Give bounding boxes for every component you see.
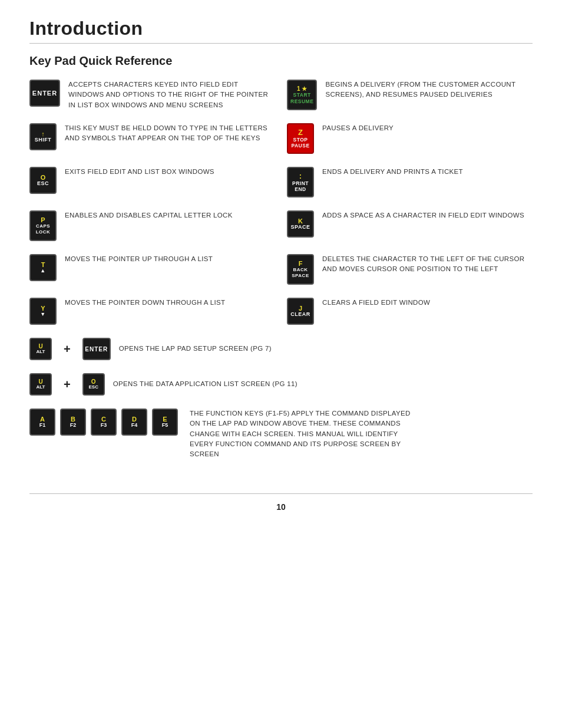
print-end-desc: Ends a delivery and prints a ticket	[322, 167, 533, 177]
key-row-start-resume: 1 ★ STARTRESUME Begins a delivery (from …	[281, 80, 533, 110]
fn-keys-desc: The Function Keys (F1-F5) apply the comm…	[190, 409, 414, 459]
key-row-print-end: : PRINTEND Ends a delivery and prints a …	[281, 167, 533, 197]
plus-sign-2: +	[64, 378, 71, 391]
key-grid: ENTER Accepts characters keyed into fiel…	[29, 80, 533, 470]
print-end-key: : PRINTEND	[287, 167, 314, 197]
key-row-stop-pause: Z STOPPAUSE Pauses a delivery	[281, 123, 533, 154]
page-title: Introduction	[29, 18, 533, 39]
key-row-shift: ↑ SHIFT This key must be held down to ty…	[29, 123, 281, 154]
key-row-space: K SPACE Adds a space as a character in f…	[281, 210, 533, 241]
section-title: Key Pad Quick Reference	[29, 54, 533, 68]
esc-key-combo: O ESC	[82, 373, 105, 396]
key-row-clear: J CLEAR Clears a field edit window	[281, 298, 533, 325]
shift-key: ↑ SHIFT	[29, 123, 57, 150]
stop-pause-desc: Pauses a delivery	[322, 123, 533, 133]
key-row-enter: ENTER Accepts characters keyed into fiel…	[29, 80, 281, 110]
key-row-up: T ▲ Moves the pointer up through a list	[29, 254, 281, 285]
back-space-key: F BACKSPACE	[287, 254, 314, 285]
up-key: T ▲	[29, 254, 57, 281]
down-key: Y ▼	[29, 298, 57, 325]
stop-pause-key: Z STOPPAUSE	[287, 123, 314, 154]
plus-sign-1: +	[64, 342, 71, 356]
f2-key: B F2	[60, 409, 86, 436]
clear-desc: Clears a field edit window	[322, 298, 533, 308]
key-row-back-space: F BACKSPACE Deletes the character to the…	[281, 254, 533, 285]
caps-lock-key: P CAPSLOCK	[29, 210, 57, 241]
clear-key: J CLEAR	[287, 298, 314, 325]
back-space-desc: Deletes the character to the left of the…	[322, 254, 533, 275]
enter-desc: Accepts characters keyed into field edit…	[68, 80, 269, 110]
f3-key: C F3	[91, 409, 117, 436]
combo-row-alt-esc: U ALT + O ESC Opens the Data Application…	[29, 373, 533, 396]
up-desc: Moves the pointer up through a list	[65, 254, 269, 264]
combo-row-alt-enter: U ALT + ENTER Opens the Lap Pad Setup sc…	[29, 338, 533, 360]
title-divider	[29, 43, 533, 44]
space-key: K SPACE	[287, 210, 314, 238]
key-row-esc: O ESC Exits field edit and list box wind…	[29, 167, 281, 197]
down-desc: Moves the pointer down through a list	[65, 298, 269, 308]
enter-key-combo-1: ENTER	[82, 338, 111, 360]
f5-key: E F5	[152, 409, 178, 436]
fn-keys-group: A F1 B F2 C F3 D F4 E F5	[29, 409, 178, 436]
key-row-down: Y ▼ Moves the pointer down through a lis…	[29, 298, 281, 325]
alt-key-1: U ALT	[29, 338, 52, 360]
fn-keys-row: A F1 B F2 C F3 D F4 E F5 The Function Ke…	[29, 409, 533, 459]
space-desc: Adds a space as a character in field edi…	[322, 210, 533, 220]
esc-desc: Exits field edit and list box windows	[65, 167, 269, 177]
shift-desc: This key must be held down to type in th…	[65, 123, 269, 144]
enter-key: ENTER	[29, 80, 60, 107]
key-row-caps-lock: P CAPSLOCK Enables and disables capital …	[29, 210, 281, 241]
start-resume-key: 1 ★ STARTRESUME	[287, 80, 317, 110]
alt-key-2: U ALT	[29, 373, 52, 396]
caps-lock-desc: Enables and disables capital letter lock	[65, 210, 269, 220]
bottom-divider	[29, 493, 533, 494]
alt-esc-desc: Opens the Data Application List screen (…	[113, 379, 533, 389]
f1-key: A F1	[29, 409, 55, 436]
page-number: 10	[29, 502, 533, 512]
start-resume-desc: Begins a delivery (from the customer acc…	[325, 80, 533, 100]
esc-key: O ESC	[29, 167, 57, 194]
f4-key: D F4	[121, 409, 147, 436]
alt-enter-desc: Opens the Lap Pad Setup screen (pg 7)	[119, 344, 533, 354]
